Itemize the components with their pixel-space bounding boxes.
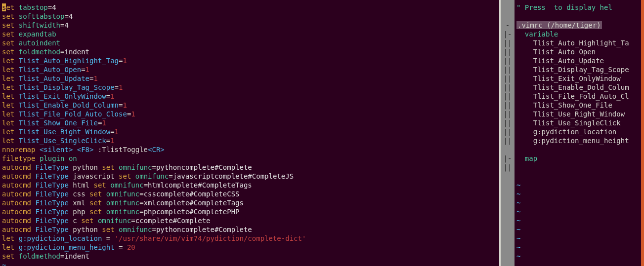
code-token bbox=[14, 39, 18, 47]
code-line[interactable]: set expandtab bbox=[2, 30, 497, 38]
code-line[interactable]: let g:pydiction_menu_height = 20 bbox=[2, 243, 497, 252]
code-token: autocmd bbox=[2, 163, 31, 171]
code-line[interactable]: autocmd FileType javascript set omnifunc… bbox=[2, 172, 497, 181]
code-token: Tlist_Use_Right_Window bbox=[19, 128, 110, 136]
code-line[interactable]: autocmd FileType css set omnifunc=csscom… bbox=[2, 190, 497, 198]
gutter-cell[interactable]: || bbox=[501, 127, 515, 136]
code-token: <silent> bbox=[40, 146, 73, 153]
taglist-map-item[interactable] bbox=[516, 163, 639, 172]
code-token bbox=[14, 21, 18, 29]
code-line[interactable]: let Tlist_Auto_Update=1 bbox=[2, 74, 497, 83]
gutter-cell[interactable]: || bbox=[501, 101, 515, 110]
code-token: Tlist_Show_One_File bbox=[19, 119, 98, 127]
code-token: 1 bbox=[119, 83, 123, 91]
taglist-section-variable[interactable]: variable bbox=[516, 30, 639, 38]
gutter-cell[interactable] bbox=[501, 145, 515, 154]
code-line[interactable]: let Tlist_File_Fold_Auto_Close=1 bbox=[2, 110, 497, 118]
taglist-variable-item[interactable]: Tlist_Exit_OnlyWindow bbox=[516, 74, 639, 83]
code-line[interactable]: filetype plugin on bbox=[2, 154, 497, 163]
code-line[interactable]: let Tlist_Exit_OnlyWindow=1 bbox=[2, 92, 497, 101]
code-token: = bbox=[115, 83, 119, 91]
code-token bbox=[14, 119, 18, 127]
gutter-cell[interactable]: || bbox=[501, 92, 515, 101]
code-token: <CR> bbox=[148, 146, 165, 153]
code-token: = bbox=[152, 163, 156, 171]
code-line[interactable]: let Tlist_Use_Right_Window=1 bbox=[2, 127, 497, 136]
code-token: autocmd bbox=[2, 172, 31, 180]
code-line[interactable]: nnoremap <silent> <F8> :TlistToggle<CR> bbox=[2, 145, 497, 154]
gutter-cell[interactable] bbox=[501, 12, 515, 21]
code-token bbox=[14, 30, 18, 38]
code-line[interactable]: let Tlist_Enable_Dold_Column=1 bbox=[2, 101, 497, 110]
gutter-cell[interactable]: || bbox=[501, 110, 515, 118]
code-token: set bbox=[89, 190, 102, 198]
code-token: :TlistToggle bbox=[93, 146, 148, 153]
code-token: 4 bbox=[64, 21, 68, 29]
code-token bbox=[64, 154, 68, 162]
taglist-variable-item[interactable]: Tlist_Show_One_File bbox=[516, 101, 639, 110]
taglist-variable-item[interactable]: g:pydiction_location bbox=[516, 127, 639, 136]
code-line[interactable]: autocmd FileType xml set omnifunc=xmlcom… bbox=[2, 198, 497, 207]
code-line[interactable]: set foldmethod=indent bbox=[2, 252, 497, 261]
gutter-cell[interactable]: || bbox=[501, 38, 515, 47]
code-line[interactable]: set foldmethod=indent bbox=[2, 47, 497, 56]
taglist-variable-item[interactable]: Tlist_Use_SingleClick bbox=[516, 118, 639, 127]
code-line[interactable]: ~ bbox=[2, 261, 497, 266]
taglist-file-header[interactable]: .vimrc (/home/tiger) bbox=[516, 21, 639, 30]
taglist-variable-item[interactable]: g:pydiction_menu_height bbox=[516, 136, 639, 145]
taglist-fold-gutter[interactable]: -|-|||||||||||||||||||||||| |-|| bbox=[501, 0, 515, 266]
code-line[interactable]: set tabstop=4 bbox=[2, 3, 497, 12]
code-token: softtabstop bbox=[19, 12, 65, 20]
taglist-empty-line: ~ bbox=[516, 198, 639, 207]
taglist-variable-item[interactable]: Tlist_Auto_Open bbox=[516, 47, 639, 56]
code-line[interactable]: set shiftwidth=4 bbox=[2, 21, 497, 30]
code-token: Tlist_Exit_OnlyWindow bbox=[19, 92, 106, 100]
taglist-variable-item[interactable]: Tlist_File_Fold_Auto_Cl bbox=[516, 92, 639, 101]
taglist-section-map[interactable]: map bbox=[516, 154, 639, 163]
code-token: set bbox=[2, 30, 14, 38]
code-line[interactable]: autocmd FileType html set omnifunc=htmlc… bbox=[2, 181, 497, 190]
gutter-cell[interactable]: || bbox=[501, 74, 515, 83]
gutter-cell[interactable]: || bbox=[501, 47, 515, 56]
editor-pane[interactable]: set tabstop=4set softtabstop=4set shiftw… bbox=[0, 0, 499, 266]
code-token: pythoncomplete#Complete bbox=[156, 163, 252, 171]
gutter-cell[interactable]: || bbox=[501, 136, 515, 145]
gutter-cell[interactable]: |- bbox=[501, 154, 515, 163]
code-line[interactable]: set softtabstop=4 bbox=[2, 12, 497, 21]
code-line[interactable]: let Tlist_Show_One_File=1 bbox=[2, 118, 497, 127]
code-line[interactable]: let g:pydiction_location = '/usr/share/v… bbox=[2, 234, 497, 243]
code-token: = bbox=[139, 199, 143, 207]
code-line[interactable]: autocmd FileType python set omnifunc=pyt… bbox=[2, 163, 497, 172]
code-line[interactable]: autocmd FileType c set omnifunc=ccomplet… bbox=[2, 216, 497, 225]
code-token: csscomplete#CompleteCSS bbox=[144, 190, 240, 198]
code-token: et bbox=[6, 3, 14, 11]
taglist-pane[interactable]: " Press to display hel .vimrc (/home/tig… bbox=[515, 0, 641, 266]
gutter-cell[interactable]: || bbox=[501, 65, 515, 74]
code-line[interactable]: autocmd FileType python set omnifunc=pyt… bbox=[2, 225, 497, 234]
taglist-variable-item[interactable]: Tlist_Use_Right_Window bbox=[516, 110, 639, 118]
code-line[interactable]: let Tlist_Use_SingleClick=1 bbox=[2, 136, 497, 145]
taglist-blank bbox=[516, 145, 639, 154]
taglist-variable-item[interactable]: Tlist_Auto_Update bbox=[516, 56, 639, 65]
gutter-cell[interactable] bbox=[501, 3, 515, 12]
code-token bbox=[14, 110, 18, 118]
code-line[interactable]: set autoindent bbox=[2, 38, 497, 47]
code-token: on bbox=[69, 154, 77, 162]
code-token: = bbox=[139, 208, 143, 216]
taglist-variable-item[interactable]: Tlist_Enable_Dold_Colum bbox=[516, 83, 639, 92]
gutter-cell[interactable]: || bbox=[501, 163, 515, 172]
taglist-variable-item[interactable]: Tlist_Auto_Highlight_Ta bbox=[516, 38, 639, 47]
code-line[interactable]: autocmd FileType php set omnifunc=phpcom… bbox=[2, 207, 497, 216]
gutter-cell[interactable]: || bbox=[501, 83, 515, 92]
taglist-variable-item[interactable]: Tlist_Display_Tag_Scope bbox=[516, 65, 639, 74]
gutter-cell[interactable]: - bbox=[501, 21, 515, 30]
code-line[interactable]: let Tlist_Auto_Highlight_Tag=1 bbox=[2, 56, 497, 65]
gutter-cell[interactable]: || bbox=[501, 56, 515, 65]
code-token bbox=[14, 101, 18, 109]
code-token: FileType bbox=[35, 163, 68, 171]
code-line[interactable]: let Tlist_Auto_Open=1 bbox=[2, 65, 497, 74]
code-token: let bbox=[2, 66, 14, 74]
code-line[interactable]: let Tlist_Display_Tag_Scope=1 bbox=[2, 83, 497, 92]
gutter-cell[interactable]: || bbox=[501, 118, 515, 127]
gutter-cell[interactable]: |- bbox=[501, 30, 515, 38]
